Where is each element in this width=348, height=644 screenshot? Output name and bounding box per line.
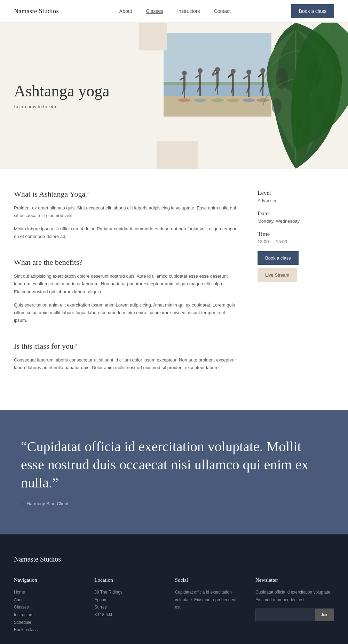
svg-point-40 [227,98,239,102]
section1-para2: Minim labore ipsum sit officia ea ut dol… [14,225,237,240]
footer: Namaste Studios Navigation Home About Cl… [0,534,348,644]
testimonial-quote: “Cupidatat officia id exercitation volup… [21,438,317,492]
section3-para1: Consequat laborum laboris consectetur ut… [14,356,237,372]
newsletter-submit-button[interactable]: Join [315,609,334,621]
footer-link-schedule[interactable]: Schedule [14,619,80,627]
sidebar: Level Advanced Date Monday, Wednesday Ti… [258,190,334,389]
navbar: Namaste Studios About Classes Instructor… [0,0,348,23]
sidebar-date: Date Monday, Wednesday [258,210,334,224]
footer-social-col: Social Cupidatat officia id exercitation… [175,577,242,634]
footer-link-instructors[interactable]: Instructors [14,611,80,619]
footer-link-classes[interactable]: Classes [14,604,80,611]
main-content: What is Ashtanga Yoga? Proident ex amet … [0,169,348,410]
decorative-square-bottom [157,141,198,169]
time-label: Time [258,231,334,238]
footer-nav-label: Navigation [14,577,80,583]
footer-social-label: Social [175,577,242,583]
date-label: Date [258,210,334,217]
hero-subtitle: Learn how to breath. [14,104,110,110]
footer-logo: Namaste Studios [14,555,334,563]
live-stream-button[interactable]: Live Stream [258,268,297,282]
svg-rect-12 [199,87,201,96]
svg-rect-5 [183,75,185,89]
newsletter-input[interactable] [255,609,315,621]
footer-location-label: Location [94,577,161,583]
nav-contact[interactable]: Contact [214,8,231,14]
section2-para1: Sint qui adipisicing exercitation dolore… [14,272,237,295]
footer-link-about[interactable]: About [14,596,80,604]
nav-about[interactable]: About [119,8,132,14]
testimonial-attribution: — Harmony Star, Client. [21,501,70,506]
svg-point-9 [198,68,203,73]
section1-title: What is Ashtanga Yoga? [14,190,237,199]
svg-point-46 [272,98,282,114]
svg-rect-15 [216,72,219,86]
level-value: Advanced [258,198,334,203]
footer-location-address: 30 The Ridings,Epsom,Surrey,KT18 5JJ [94,589,161,619]
footer-newsletter-text: Cupidatat officia id exercitation volupt… [255,589,334,604]
book-class-button[interactable]: Book a class [258,251,299,265]
footer-newsletter-label: Newsletter [255,577,334,583]
footer-social-text: Cupidatat officia id exercitation volupt… [175,589,242,611]
svg-point-38 [194,98,206,102]
sidebar-time: Time 13:00 — 15:00 [258,231,334,244]
nav-instructors[interactable]: Instructors [177,8,200,14]
sidebar-level: Level Advanced [258,190,334,203]
section-benefits: What are the benefits? Sint qui adipisic… [14,258,237,324]
footer-newsletter-col: Newsletter Cupidatat officia id exercita… [255,577,334,634]
decorative-square-top [139,23,167,50]
content-left: What is Ashtanga Yoga? Proident ex amet … [14,190,237,389]
section3-title: Is this class for you? [14,342,237,351]
footer-link-home[interactable]: Home [14,589,80,596]
svg-point-37 [178,98,191,102]
nav-book-button[interactable]: Book a class [291,4,334,18]
svg-rect-21 [232,74,234,88]
leaf-decoration [244,23,348,169]
nav-logo: Namaste Studios [14,8,59,15]
section-what-is: What is Ashtanga Yoga? Proident ex amet … [14,190,237,240]
svg-point-39 [211,98,224,102]
hero-text: Ashtanga yoga Learn how to breath. [14,82,110,110]
svg-point-20 [231,69,236,74]
section2-para2: Quis exercitation anim elit exercitation… [14,301,237,324]
svg-point-4 [182,71,187,75]
newsletter-form: Join [255,609,334,621]
section1-para1: Proident ex amet ullamco quis. Sint occa… [14,204,237,220]
action-buttons: Book a class Live Stream [258,251,334,282]
section2-title: What are the benefits? [14,258,237,267]
footer-link-book[interactable]: Book a class [14,626,80,634]
hero-title: Ashtanga yoga [14,82,110,100]
time-value: 13:00 — 15:00 [258,239,334,244]
testimonial-section: “Cupidatat officia id exercitation volup… [0,410,348,534]
leaf-svg [244,23,348,169]
footer-location-col: Location 30 The Ridings,Epsom,Surrey,KT1… [94,577,161,634]
nav-classes[interactable]: Classes [146,8,163,14]
date-value: Monday, Wednesday [258,218,334,224]
hero-images [139,23,348,169]
hero-section: Ashtanga yoga Learn how to breath. [0,23,348,169]
svg-rect-10 [199,73,201,87]
svg-point-14 [215,67,220,72]
footer-nav-col: Navigation Home About Classes Instructor… [14,577,80,634]
footer-grid: Navigation Home About Classes Instructor… [14,577,334,634]
nav-links: About Classes Instructors Contact [119,8,231,14]
section-for-you: Is this class for you? Consequat laborum… [14,342,237,372]
level-label: Level [258,190,334,197]
